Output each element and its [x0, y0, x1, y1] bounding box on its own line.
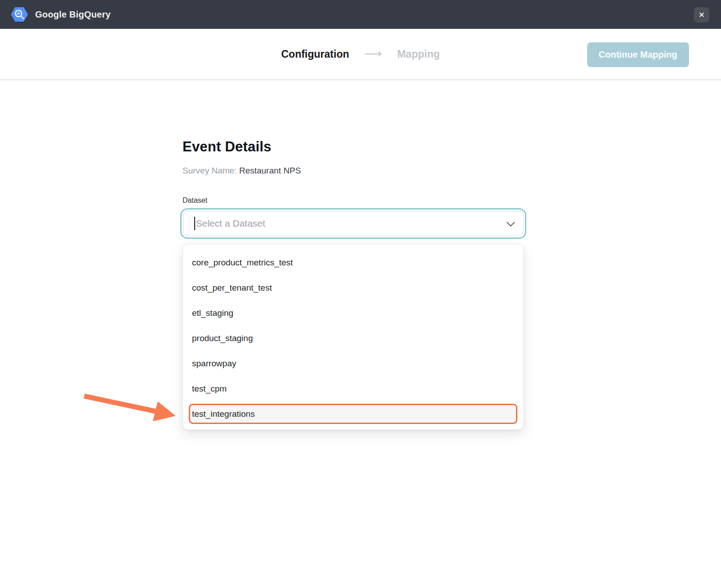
page-title: Event Details: [183, 139, 271, 155]
survey-name-label: Survey Name:: [183, 166, 237, 175]
step-configuration: Configuration: [281, 48, 349, 60]
chevron-down-icon[interactable]: [507, 218, 515, 226]
step-arrow-icon: ⟶: [365, 46, 382, 61]
survey-name-value: Restaurant NPS: [239, 166, 301, 175]
dropdown-option[interactable]: test_cpm: [183, 376, 523, 401]
stepper-header: Configuration ⟶ Mapping Continue Mapping: [0, 29, 721, 80]
dropdown-option[interactable]: core_product_metrics_test: [183, 250, 523, 275]
dataset-select-input[interactable]: Select a Dataset: [183, 211, 524, 236]
bigquery-integration-modal: Google BigQuery ✕ Configuration ⟶ Mappin…: [0, 0, 721, 588]
dropdown-option-highlighted[interactable]: test_integrations: [189, 404, 517, 424]
step-mapping: Mapping: [397, 48, 440, 60]
titlebar: Google BigQuery ✕: [0, 0, 721, 29]
dataset-field-label: Dataset: [183, 196, 207, 205]
dropdown-option[interactable]: sparrowpay: [183, 351, 523, 376]
dataset-dropdown-panel: core_product_metrics_testcost_per_tenant…: [183, 244, 524, 430]
dropdown-option[interactable]: etl_staging: [183, 301, 523, 326]
dataset-select-placeholder: Select a Dataset: [196, 218, 265, 229]
text-cursor: [194, 217, 195, 230]
dropdown-option[interactable]: cost_per_tenant_test: [183, 275, 523, 301]
dropdown-option[interactable]: product_staging: [183, 326, 523, 351]
continue-mapping-button[interactable]: Continue Mapping: [587, 42, 689, 67]
bigquery-logo-icon: [11, 7, 28, 22]
app-title: Google BigQuery: [35, 9, 110, 20]
close-icon[interactable]: ✕: [694, 7, 709, 23]
main-content: Event Details Survey Name: Restaurant NP…: [0, 81, 721, 588]
annotation-arrow-icon: [82, 392, 178, 429]
dataset-select-focus-ring: Select a Dataset: [180, 208, 526, 239]
survey-name-line: Survey Name: Restaurant NPS: [183, 166, 301, 176]
